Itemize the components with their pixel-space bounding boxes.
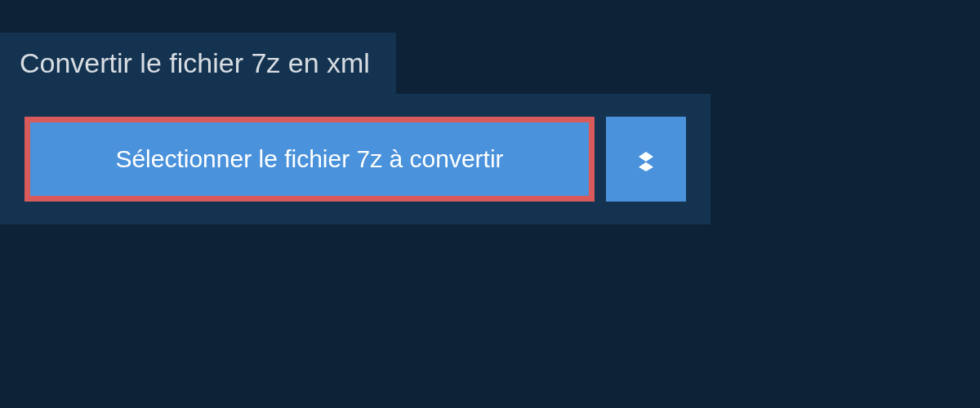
dropbox-icon bbox=[631, 144, 661, 174]
select-file-button-label: Sélectionner le fichier 7z à convertir bbox=[115, 145, 503, 173]
page-title: Convertir le fichier 7z en xml bbox=[20, 47, 370, 78]
select-file-button[interactable]: Sélectionner le fichier 7z à convertir bbox=[24, 117, 595, 202]
upload-panel: Sélectionner le fichier 7z à convertir bbox=[0, 94, 710, 224]
dropbox-button[interactable] bbox=[606, 117, 686, 202]
converter-tab-header: Convertir le fichier 7z en xml bbox=[0, 33, 396, 94]
